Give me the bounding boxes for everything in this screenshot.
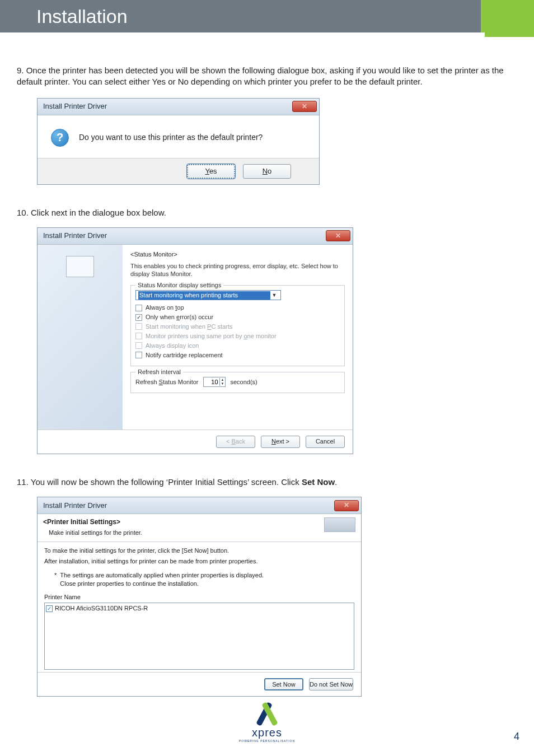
dialog3-line2: After installation, initial settings for… [44,557,354,566]
same-port-checkbox [135,333,142,339]
group1-title: Status Monitor display settings [135,281,223,290]
dialog2-desc: This enables you to check printing progr… [130,262,345,279]
next-button[interactable]: Next > [261,436,300,448]
printer-name-list[interactable]: ✓ RICOH AficioSG3110DN RPCS-R [44,603,354,670]
dialog1-title: Install Printer Driver [43,101,107,111]
dialog3-note1: The settings are automatically applied w… [60,571,264,580]
start-pc-label: Start monitoring when PC starts [146,323,232,331]
accent-strip [485,32,534,37]
initial-settings-dialog: Install Printer Driver ✕ <Printer Initia… [37,497,362,697]
printer-name-value: RICOH AficioSG3110DN RPCS-R [55,604,148,613]
close-button[interactable]: ✕ [334,500,359,511]
dialog3-header-sub: Make initial settings for the printer. [49,529,142,537]
set-now-button[interactable]: Set Now [264,678,303,690]
footer-logo: xpres POWERING PERSONALISATION [239,703,295,743]
cancel-button[interactable]: Cancel [306,436,345,448]
chevron-down-icon: ▼ [270,292,278,298]
refresh-label: Refresh Status Monitor [135,378,199,386]
refresh-spinbox[interactable]: ▲▼ [203,377,226,387]
no-button[interactable]: No [243,164,291,179]
step11-text: 11. You will now be shown the following … [17,477,517,488]
same-port-label: Monitor printers using same port by one … [146,332,277,340]
dialog1-message: Do you want to use this printer as the d… [79,132,263,143]
logo-mark-icon [250,703,284,725]
dialog3-note2: Close printer properties to continue the… [60,580,264,588]
always-icon-checkbox [135,342,142,349]
notify-cartridge-label: Notify cartridge replacement [146,351,223,360]
display-settings-group: Status Monitor display settings Start mo… [130,285,345,366]
display-mode-combo[interactable]: Start monitoring when printing starts ▼ [135,290,281,300]
page-title-bar: Installation [0,0,534,32]
page-number: 4 [514,731,519,743]
refresh-interval-group: Refresh interval Refresh Status Monitor … [130,372,345,393]
asterisk-icon: * [54,571,57,580]
dialog2-header: <Status Monitor> [130,250,345,259]
dialog2-title: Install Printer Driver [43,231,107,241]
logo-subtitle: POWERING PERSONALISATION [239,739,295,743]
close-icon: ✕ [344,501,349,510]
dialog2-sidebar-image [38,245,123,430]
refresh-value-input[interactable] [204,379,219,385]
step10-text: 10. Click next in the dialogue box below… [17,207,517,218]
question-icon: ? [51,129,69,147]
close-icon: ✕ [335,231,341,240]
default-printer-dialog: Install Printer Driver ✕ ? Do you want t… [37,98,320,185]
spin-up-icon[interactable]: ▲ [220,378,226,382]
notify-cartridge-checkbox[interactable] [135,352,142,358]
printer-icon [324,517,355,532]
yes-button[interactable]: Yes [187,164,235,179]
always-on-top-checkbox[interactable] [135,305,142,311]
back-button: < Back [216,436,255,448]
close-icon: ✕ [302,102,307,111]
dialog3-title: Install Printer Driver [43,501,107,511]
close-button[interactable]: ✕ [292,101,317,112]
spin-down-icon[interactable]: ▼ [220,382,226,386]
monitor-icon [66,256,94,277]
page-title: Installation [36,6,128,27]
dialog3-header-bold: <Printer Initial Settings> [43,518,120,526]
refresh-unit: second(s) [230,378,257,386]
close-button[interactable]: ✕ [326,230,350,241]
step9-text: 9. Once the printer has been detected yo… [17,65,517,88]
do-not-set-now-button[interactable]: Do not Set Now [309,678,353,690]
dialog3-line1: To make the initial settings for the pri… [44,547,354,555]
always-icon-label: Always display icon [146,342,199,350]
always-on-top-label: Always on top [146,304,184,312]
printer-name-label: Printer Name [44,593,354,601]
logo-text: xpres [239,726,295,739]
only-errors-checkbox[interactable]: ✓ [135,314,142,321]
start-pc-checkbox [135,323,142,330]
status-monitor-dialog: Install Printer Driver ✕ <Status Monitor… [37,227,353,454]
printer-name-row[interactable]: ✓ RICOH AficioSG3110DN RPCS-R [46,604,353,613]
combo-selected: Start monitoring when printing starts [138,291,270,300]
only-errors-label: Only when error(s) occur [146,313,213,321]
printer-checkbox[interactable]: ✓ [46,605,53,612]
group2-title: Refresh interval [135,368,183,376]
